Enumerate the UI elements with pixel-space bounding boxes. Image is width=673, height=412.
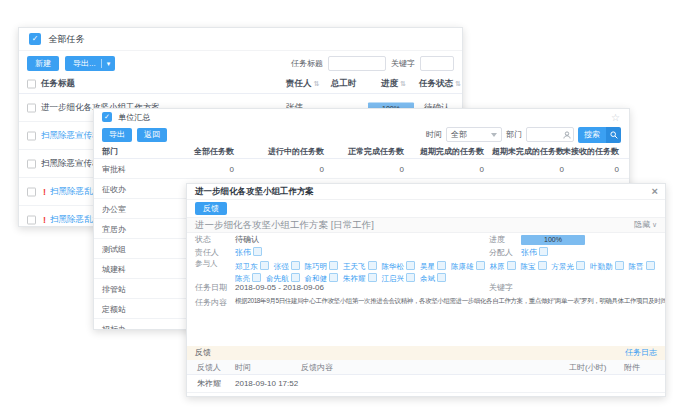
person-icon[interactable] <box>563 131 571 139</box>
person-link[interactable]: 叶勤勋 <box>590 262 613 271</box>
person-link[interactable]: 王天飞 <box>343 262 366 271</box>
sort-icon[interactable] <box>314 78 320 88</box>
panel-title: 全部任务 <box>49 34 85 44</box>
export-button[interactable]: 导出... <box>65 56 115 71</box>
status-label: 状态 <box>195 233 211 246</box>
person-link[interactable]: 陈宝 <box>521 262 536 271</box>
person-link[interactable]: 陈华松 <box>382 262 405 271</box>
contact-card-icon[interactable] <box>538 261 547 270</box>
contact-card-icon[interactable] <box>260 261 269 270</box>
row-checkbox[interactable] <box>27 131 36 140</box>
person-link[interactable]: 郑卫东 <box>235 262 258 271</box>
contact-card-icon[interactable] <box>368 261 377 270</box>
row-checkbox[interactable] <box>27 103 36 112</box>
col-task-title[interactable]: 任务标题 <box>41 78 75 90</box>
value-cell: 0 <box>230 164 234 173</box>
participant: 张强 <box>274 261 300 271</box>
collapse-toggle[interactable]: 隐藏 <box>634 218 657 232</box>
owner-row: 责任人 张伟 分配人 张伟 <box>187 246 665 259</box>
sort-icon[interactable] <box>455 78 461 88</box>
col-ongoing: 进行中的任务数 <box>268 145 324 156</box>
table-row[interactable]: 审批科 0 0 0 0 0 0 <box>94 159 629 179</box>
col-normal-done: 正常完成任务数 <box>348 145 404 156</box>
feedback-time-cell: 2018-09-10 17:52 <box>235 379 298 388</box>
person-link[interactable]: 张伟 <box>521 248 537 257</box>
unit-summary-toolbar: 导出 返回 时间 全部 部门 搜索 <box>94 126 629 143</box>
feedback-row[interactable]: 朱祚耀 2018-09-10 17:52 <box>187 374 665 393</box>
date-row: 任务日期 2018-09-05 - 2018-09-06 关键字 <box>187 281 665 294</box>
person-link[interactable]: 陈康雄 <box>451 262 474 271</box>
col-overdue-done: 超期完成的任务数 <box>420 145 484 156</box>
keyword-filter-input[interactable] <box>420 56 454 71</box>
dept-cell: 测试组 <box>102 243 126 254</box>
task-content-value: 根据2018年9月5日住建局中心工作攻坚小组第一次推进会会议精神，各攻坚小组需进… <box>235 294 663 306</box>
contact-card-icon[interactable] <box>291 261 300 270</box>
person-link[interactable]: 张强 <box>274 262 289 271</box>
person-link[interactable]: 张伟 <box>235 248 251 257</box>
col-status[interactable]: 任务状态 <box>419 78 461 90</box>
value-cell: 0 <box>560 164 564 173</box>
clipboard-icon <box>102 112 112 122</box>
feedback-section-bar: 反馈 任务日志 <box>187 346 665 360</box>
search-button-label: 搜索 <box>578 127 606 143</box>
dept-cell: 定额站 <box>102 303 126 314</box>
feedback-button[interactable]: 反馈 <box>195 202 227 215</box>
progress-bar: 100% <box>521 235 585 245</box>
back-button[interactable]: 返回 <box>137 128 167 142</box>
person-link[interactable]: 陈巧明 <box>305 262 328 271</box>
col-progress-label: 进度 <box>381 78 398 88</box>
row-checkbox[interactable] <box>27 215 36 224</box>
contact-card-icon[interactable] <box>615 261 624 270</box>
sort-icon[interactable] <box>400 78 406 88</box>
detail-heading: 进一步细化各攻坚小组工作方案 [日常工作] <box>195 219 374 230</box>
participant: 陈华松 <box>382 261 416 271</box>
caret-down-icon <box>491 133 497 137</box>
contact-card-icon[interactable] <box>406 261 415 270</box>
filter-group: 任务标题 关键字 <box>291 56 454 71</box>
col-owner[interactable]: 责任人 <box>286 78 319 90</box>
time-filter-select[interactable]: 全部 <box>446 127 502 142</box>
contact-card-icon[interactable] <box>646 261 655 270</box>
dept-filter-field <box>526 127 574 142</box>
dept-cell: 招标办 <box>102 323 126 330</box>
contact-card-icon[interactable] <box>476 261 485 270</box>
participant: 陈康雄 <box>451 261 485 271</box>
select-all-checkbox[interactable] <box>27 80 36 89</box>
participants-list: 郑卫东 张强 陈巧明 王天飞 陈华松 吴星 陈康雄 林原 陈宝 方景光 叶勤勋 … <box>235 259 655 283</box>
close-icon[interactable] <box>652 184 658 200</box>
row-checkbox[interactable] <box>27 187 36 196</box>
col-progress[interactable]: 进度 <box>381 78 406 90</box>
col-hours[interactable]: 总工时 <box>331 78 357 90</box>
col-feedback-person: 反馈人 <box>197 362 221 373</box>
detail-titlebar: 进一步细化各攻坚小组工作方案 <box>187 184 665 200</box>
contact-card-icon[interactable] <box>253 247 262 256</box>
person-link[interactable]: 方景光 <box>552 262 575 271</box>
contact-card-icon[interactable] <box>329 261 338 270</box>
participant: 郑卫东 <box>235 261 269 271</box>
caret-down-icon[interactable] <box>101 59 111 68</box>
person-link[interactable]: 陈晋 <box>629 262 644 271</box>
task-content-label: 任务内容 <box>195 297 227 308</box>
task-log-link[interactable]: 任务日志 <box>625 346 657 360</box>
person-link[interactable]: 林原 <box>490 262 505 271</box>
row-checkbox[interactable] <box>27 159 36 168</box>
feedback-section-title: 反馈 <box>195 348 211 357</box>
col-overdue-undone: 超期未完成的任务数 <box>492 145 564 156</box>
task-title-filter-input[interactable] <box>328 56 386 71</box>
new-task-button[interactable]: 新建 <box>27 56 59 71</box>
contact-card-icon[interactable] <box>539 247 548 256</box>
task-date-label: 任务日期 <box>195 281 227 294</box>
export-button[interactable]: 导出 <box>102 128 132 142</box>
star-icon[interactable] <box>611 109 620 127</box>
detail-actions: 反馈 <box>187 200 665 217</box>
person-link[interactable]: 吴星 <box>420 262 435 271</box>
detail-heading-bar: 进一步细化各攻坚小组工作方案 [日常工作] 隐藏 <box>187 217 665 233</box>
dept-cell: 城建科 <box>102 263 126 274</box>
progress-label: 进度 <box>489 233 505 246</box>
search-button[interactable]: 搜索 <box>578 127 621 143</box>
contact-card-icon[interactable] <box>576 261 585 270</box>
keyword-label: 关键字 <box>489 281 513 294</box>
contact-card-icon[interactable] <box>507 261 516 270</box>
participant: 林原 <box>490 261 516 271</box>
contact-card-icon[interactable] <box>437 261 446 270</box>
